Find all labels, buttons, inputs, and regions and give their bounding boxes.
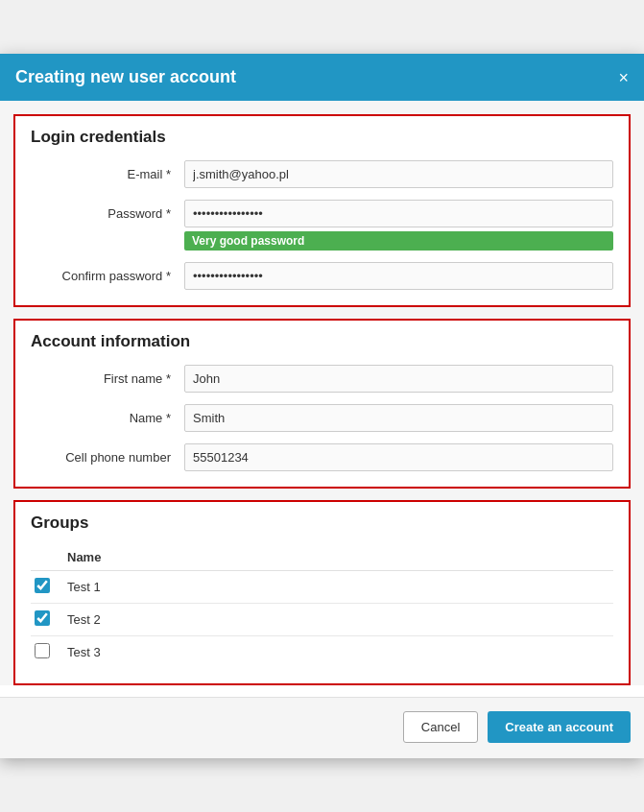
groups-table-header-row: Name [31, 546, 613, 571]
password-strength-text: Very good password [192, 234, 304, 248]
dialog-title: Creating new user account [15, 67, 236, 87]
first-name-input[interactable] [184, 365, 613, 393]
cancel-button[interactable]: Cancel [403, 711, 478, 743]
table-row: Test 3 [31, 636, 613, 669]
group-name: Test 1 [60, 571, 613, 604]
account-information-section: Account information First name * Name * … [13, 319, 631, 489]
dialog-header: Creating new user account × [0, 54, 644, 101]
group-name: Test 2 [60, 604, 613, 636]
name-input[interactable] [184, 404, 613, 432]
group-checkbox-1[interactable] [35, 578, 50, 593]
group-checkbox-3[interactable] [35, 643, 50, 658]
dialog-footer: Cancel Create an account [0, 697, 644, 758]
groups-title: Groups [31, 513, 613, 533]
login-credentials-section: Login credentials E-mail * Password * Ve… [13, 114, 631, 307]
password-input[interactable] [184, 200, 613, 227]
name-column-header: Name [60, 546, 613, 571]
table-row: Test 1 [31, 571, 613, 604]
phone-row: Cell phone number [31, 443, 613, 471]
email-input[interactable] [184, 160, 613, 188]
groups-section: Groups Name Test 1Test 2Test 3 [13, 500, 631, 685]
login-credentials-title: Login credentials [31, 128, 613, 147]
checkbox-column-header [31, 546, 60, 571]
confirm-password-label: Confirm password * [31, 262, 184, 283]
account-information-title: Account information [31, 332, 613, 351]
confirm-password-input[interactable] [184, 262, 613, 290]
password-label: Password * [31, 200, 184, 221]
name-field-wrapper [184, 404, 613, 432]
email-row: E-mail * [31, 160, 613, 188]
password-strength-bar: Very good password [184, 231, 613, 251]
group-checkbox-cell [31, 636, 60, 669]
table-row: Test 2 [31, 604, 613, 636]
confirm-password-field-wrapper [184, 262, 613, 290]
password-row: Password * Very good password [31, 200, 613, 251]
phone-input[interactable] [184, 443, 613, 471]
group-checkbox-cell [31, 604, 60, 636]
first-name-row: First name * [31, 365, 613, 393]
group-checkbox-2[interactable] [35, 610, 50, 626]
name-label: Name * [31, 404, 184, 425]
confirm-password-row: Confirm password * [31, 262, 613, 290]
dialog: Creating new user account × Login creden… [0, 54, 644, 758]
email-field-wrapper [184, 160, 613, 188]
groups-table: Name Test 1Test 2Test 3 [31, 546, 613, 668]
group-name: Test 3 [60, 636, 613, 669]
create-account-button[interactable]: Create an account [488, 711, 631, 743]
phone-label: Cell phone number [31, 443, 184, 465]
groups-table-body: Test 1Test 2Test 3 [31, 571, 613, 669]
group-checkbox-cell [31, 571, 60, 604]
dialog-body: Login credentials E-mail * Password * Ve… [0, 101, 644, 685]
phone-field-wrapper [184, 443, 613, 471]
close-button[interactable]: × [618, 69, 629, 86]
password-field-wrapper: Very good password [184, 200, 613, 251]
name-row: Name * [31, 404, 613, 432]
email-label: E-mail * [31, 160, 184, 181]
first-name-field-wrapper [184, 365, 613, 393]
first-name-label: First name * [31, 365, 184, 386]
